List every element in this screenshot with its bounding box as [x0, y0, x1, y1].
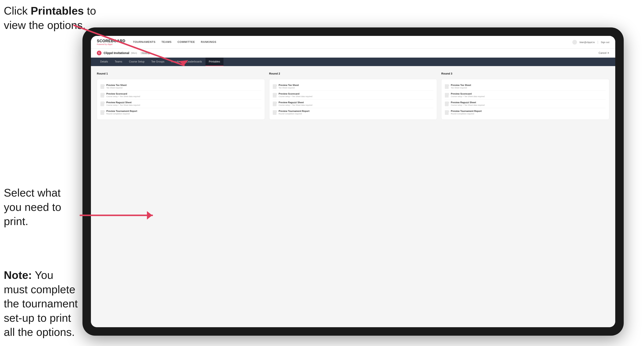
- print-item-title: Preview Tee Sheet: [106, 84, 127, 86]
- annotation-bold-printables: Printables: [31, 5, 84, 17]
- print-item-text: Preview Tee Sheet Tee Sheet required: [279, 84, 299, 89]
- top-nav: SCOREBOARD Powered by clippd TOURNAMENTS…: [91, 36, 615, 48]
- tab-teams[interactable]: Teams: [112, 58, 126, 66]
- tab-details[interactable]: Details: [97, 58, 112, 66]
- print-item-text: Preview Tee Sheet Tee Sheet required: [451, 84, 471, 89]
- doc-icon: [273, 84, 276, 89]
- nav-rankings[interactable]: RANKINGS: [201, 39, 216, 45]
- tournament-status: Hosting: [140, 51, 151, 55]
- round3-tee-sheet[interactable]: Preview Tee Sheet Tee Sheet required: [445, 82, 606, 91]
- round1-tournament-report[interactable]: Preview Tournament Report Round Completi…: [100, 108, 261, 117]
- print-item-text: Preview Scorecard Course setup + Tee She…: [106, 92, 140, 98]
- doc-icon: [273, 110, 276, 115]
- doc-icon: [100, 110, 104, 115]
- tab-tee-groups[interactable]: Tee Groups: [148, 58, 168, 66]
- rounds-container: Round 1 Preview Tee Sheet Tee Sheet requ…: [97, 72, 609, 120]
- brand-title: SCOREBOARD: [97, 39, 125, 43]
- doc-icon: [100, 84, 104, 89]
- round1-scorecard[interactable]: Preview Scorecard Course setup + Tee She…: [100, 91, 261, 99]
- round3-tournament-report[interactable]: Preview Tournament Report Round Completi…: [445, 108, 606, 117]
- print-item-text: Preview Raguzzi Sheet Course setup + Tee…: [106, 101, 140, 106]
- tab-course-setup[interactable]: Course Setup: [126, 58, 148, 66]
- print-item-title: Preview Raguzzi Sheet: [451, 101, 484, 104]
- print-item-sub: Round Completion required: [106, 113, 137, 115]
- round1-tee-sheet[interactable]: Preview Tee Sheet Tee Sheet required: [100, 82, 261, 91]
- print-item-sub: Tee Sheet required: [279, 87, 299, 89]
- tournament-name: Clippd Invitational: [104, 51, 129, 55]
- doc-icon: [100, 93, 104, 98]
- annotation-top: Click Printables toview the options.: [4, 4, 96, 32]
- tab-leaderboards[interactable]: Leaderboards: [183, 58, 205, 66]
- doc-icon: [445, 84, 449, 89]
- print-item-title: Preview Scorecard: [106, 92, 140, 95]
- print-item-title: Preview Raguzzi Sheet: [106, 101, 140, 104]
- print-item-sub: Course setup + Tee Sheet data required: [451, 95, 484, 98]
- nav-teams[interactable]: TEAMS: [161, 39, 172, 45]
- separator: |: [597, 40, 598, 44]
- print-item-sub: Course setup + Tee Sheet data required: [106, 104, 140, 106]
- sub-tabs: Details Teams Course Setup Tee Groups Re…: [91, 58, 615, 66]
- tablet-screen: SCOREBOARD Powered by clippd TOURNAMENTS…: [91, 36, 615, 327]
- print-item-sub: Course setup + Tee Sheet data required: [279, 104, 312, 106]
- print-item-title: Preview Tee Sheet: [279, 84, 299, 86]
- print-item-title: Preview Raguzzi Sheet: [279, 101, 312, 104]
- print-item-text: Preview Tournament Report Round Completi…: [279, 110, 310, 115]
- round-3-title: Round 3: [441, 72, 609, 75]
- round3-scorecard[interactable]: Preview Scorecard Course setup + Tee She…: [445, 91, 606, 99]
- round-3-column: Round 3 Preview Tee Sheet Tee Sheet requ…: [441, 72, 609, 120]
- tab-results[interactable]: Results: [168, 58, 183, 66]
- tablet-frame: SCOREBOARD Powered by clippd TOURNAMENTS…: [82, 27, 624, 336]
- print-item-title: Preview Tournament Report: [106, 110, 137, 112]
- round2-tournament-report[interactable]: Preview Tournament Report Round Completi…: [273, 108, 434, 117]
- round-1-column: Round 1 Preview Tee Sheet Tee Sheet requ…: [97, 72, 265, 120]
- round-2-card: Preview Tee Sheet Tee Sheet required Pre…: [269, 79, 437, 120]
- print-item-text: Preview Raguzzi Sheet Course setup + Tee…: [451, 101, 484, 106]
- brand: SCOREBOARD Powered by clippd: [97, 39, 125, 45]
- print-item-text: Preview Tee Sheet Tee Sheet required: [106, 84, 127, 89]
- print-item-text: Preview Scorecard Course setup + Tee She…: [279, 92, 312, 98]
- doc-icon: [445, 93, 449, 98]
- round3-raguzzi[interactable]: Preview Raguzzi Sheet Course setup + Tee…: [445, 99, 606, 108]
- nav-right: blair@clippd.io | Sign out: [572, 40, 609, 44]
- doc-icon: [445, 102, 449, 106]
- print-item-sub: Tee Sheet required: [451, 87, 471, 89]
- print-item-sub: Round Completion required: [279, 113, 310, 115]
- avatar: [572, 40, 577, 44]
- round-2-title: Round 2: [269, 72, 437, 75]
- doc-icon: [100, 102, 104, 106]
- tournament-logo: C: [97, 51, 102, 55]
- round-2-column: Round 2 Preview Tee Sheet Tee Sheet requ…: [269, 72, 437, 120]
- print-item-text: Preview Scorecard Course setup + Tee She…: [451, 92, 484, 98]
- main-content: Round 1 Preview Tee Sheet Tee Sheet requ…: [91, 66, 615, 327]
- print-item-text: Preview Tournament Report Round Completi…: [106, 110, 137, 115]
- user-email: blair@clippd.io: [580, 41, 595, 43]
- round1-raguzzi[interactable]: Preview Raguzzi Sheet Course setup + Tee…: [100, 99, 261, 108]
- tournament-tag: (Men): [131, 52, 137, 54]
- print-item-sub: Round Completion required: [451, 113, 482, 115]
- print-item-text: Preview Raguzzi Sheet Course setup + Tee…: [279, 101, 312, 106]
- cancel-button[interactable]: Cancel ✕: [598, 51, 609, 54]
- print-item-title: Preview Tournament Report: [279, 110, 310, 112]
- round-3-card: Preview Tee Sheet Tee Sheet required Pre…: [441, 79, 609, 120]
- nav-tournaments[interactable]: TOURNAMENTS: [133, 39, 156, 45]
- print-item-title: Preview Tee Sheet: [451, 84, 471, 86]
- print-item-title: Preview Tournament Report: [451, 110, 482, 112]
- nav-committee[interactable]: COMMITTEE: [178, 39, 195, 45]
- print-item-sub: Tee Sheet required: [106, 87, 127, 89]
- round2-raguzzi[interactable]: Preview Raguzzi Sheet Course setup + Tee…: [273, 99, 434, 108]
- annotation-bottom: Note: You must complete the tournament s…: [4, 268, 80, 340]
- doc-icon: [273, 102, 276, 106]
- round-1-title: Round 1: [97, 72, 265, 75]
- print-item-sub: Course setup + Tee Sheet data required: [451, 104, 484, 106]
- round2-tee-sheet[interactable]: Preview Tee Sheet Tee Sheet required: [273, 82, 434, 91]
- print-item-sub: Course setup + Tee Sheet data required: [279, 95, 312, 98]
- print-item-title: Preview Scorecard: [451, 92, 484, 95]
- annotation-middle: Select what you need to print.: [4, 186, 76, 229]
- main-nav: TOURNAMENTS TEAMS COMMITTEE RANKINGS: [133, 39, 572, 45]
- sign-out-link[interactable]: Sign out: [601, 41, 609, 43]
- round2-scorecard[interactable]: Preview Scorecard Course setup + Tee She…: [273, 91, 434, 99]
- brand-sub: Powered by clippd: [97, 43, 125, 45]
- annotation-bold-note: Note:: [4, 269, 32, 281]
- tab-printables[interactable]: Printables: [206, 58, 224, 66]
- doc-icon: [273, 93, 276, 98]
